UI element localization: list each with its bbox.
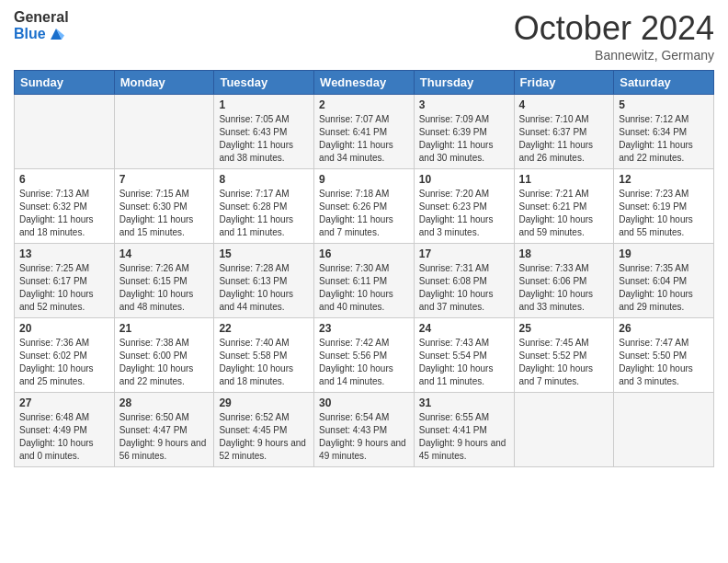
calendar-cell: 13Sunrise: 7:25 AM Sunset: 6:17 PM Dayli… [15,244,115,318]
calendar-cell: 8Sunrise: 7:17 AM Sunset: 6:28 PM Daylig… [214,169,314,244]
day-info: Sunrise: 7:40 AM Sunset: 5:58 PM Dayligh… [219,337,309,388]
week-row-5: 27Sunrise: 6:48 AM Sunset: 4:49 PM Dayli… [15,393,714,467]
day-number: 4 [519,98,609,111]
day-info: Sunrise: 7:15 AM Sunset: 6:30 PM Dayligh… [119,188,210,239]
calendar-cell: 14Sunrise: 7:26 AM Sunset: 6:15 PM Dayli… [114,244,214,318]
calendar-cell: 30Sunrise: 6:54 AM Sunset: 4:43 PM Dayli… [314,393,415,467]
calendar-cell: 11Sunrise: 7:21 AM Sunset: 6:21 PM Dayli… [514,169,614,244]
day-number: 30 [319,396,409,409]
day-info: Sunrise: 7:31 AM Sunset: 6:08 PM Dayligh… [419,262,509,314]
day-info: Sunrise: 7:28 AM Sunset: 6:13 PM Dayligh… [219,262,309,314]
day-number: 11 [519,173,609,186]
day-info: Sunrise: 6:50 AM Sunset: 4:47 PM Dayligh… [119,411,210,463]
calendar-cell: 23Sunrise: 7:42 AM Sunset: 5:56 PM Dayli… [314,318,415,393]
calendar-cell: 7Sunrise: 7:15 AM Sunset: 6:30 PM Daylig… [114,169,214,244]
day-info: Sunrise: 7:17 AM Sunset: 6:28 PM Dayligh… [219,188,309,239]
day-info: Sunrise: 6:48 AM Sunset: 4:49 PM Dayligh… [19,411,109,463]
main-container: General Blue October 2024 Bannewitz, Ger… [0,0,728,477]
day-header-saturday: Saturday [614,71,714,95]
calendar-cell: 21Sunrise: 7:38 AM Sunset: 6:00 PM Dayli… [114,318,214,393]
day-header-monday: Monday [114,71,214,95]
day-info: Sunrise: 7:47 AM Sunset: 5:50 PM Dayligh… [619,337,709,388]
day-info: Sunrise: 7:20 AM Sunset: 6:23 PM Dayligh… [419,188,509,239]
day-number: 20 [19,322,109,335]
calendar-cell: 10Sunrise: 7:20 AM Sunset: 6:23 PM Dayli… [414,169,514,244]
location: Bannewitz, Germany [514,48,714,63]
logo-blue-row: Blue [14,26,69,42]
calendar-cell: 19Sunrise: 7:35 AM Sunset: 6:04 PM Dayli… [614,244,714,318]
day-info: Sunrise: 7:26 AM Sunset: 6:15 PM Dayligh… [119,262,210,314]
day-info: Sunrise: 7:09 AM Sunset: 6:39 PM Dayligh… [419,113,509,165]
day-number: 29 [219,396,309,409]
day-number: 22 [219,322,309,335]
day-info: Sunrise: 7:35 AM Sunset: 6:04 PM Dayligh… [619,262,709,314]
logo: General Blue [14,9,69,42]
day-number: 13 [19,247,109,260]
day-number: 1 [219,98,309,111]
calendar-cell: 31Sunrise: 6:55 AM Sunset: 4:41 PM Dayli… [414,393,514,467]
day-info: Sunrise: 7:25 AM Sunset: 6:17 PM Dayligh… [19,262,109,314]
day-number: 12 [619,173,709,186]
day-number: 16 [319,247,409,260]
day-info: Sunrise: 6:55 AM Sunset: 4:41 PM Dayligh… [419,411,509,463]
calendar-table: SundayMondayTuesdayWednesdayThursdayFrid… [14,70,714,467]
day-info: Sunrise: 7:33 AM Sunset: 6:06 PM Dayligh… [519,262,609,314]
day-number: 26 [619,322,709,335]
day-number: 19 [619,247,709,260]
day-number: 18 [519,247,609,260]
calendar-cell: 22Sunrise: 7:40 AM Sunset: 5:58 PM Dayli… [214,318,314,393]
week-row-1: 1Sunrise: 7:05 AM Sunset: 6:43 PM Daylig… [15,95,714,169]
week-row-3: 13Sunrise: 7:25 AM Sunset: 6:17 PM Dayli… [15,244,714,318]
day-info: Sunrise: 7:45 AM Sunset: 5:52 PM Dayligh… [519,337,609,388]
day-number: 6 [19,173,109,186]
day-info: Sunrise: 7:10 AM Sunset: 6:37 PM Dayligh… [519,113,609,165]
day-header-wednesday: Wednesday [314,71,415,95]
day-number: 2 [319,98,409,111]
day-header-friday: Friday [514,71,614,95]
header-row: SundayMondayTuesdayWednesdayThursdayFrid… [15,71,714,95]
day-info: Sunrise: 7:13 AM Sunset: 6:32 PM Dayligh… [19,188,109,239]
calendar-cell: 28Sunrise: 6:50 AM Sunset: 4:47 PM Dayli… [114,393,214,467]
calendar-cell: 12Sunrise: 7:23 AM Sunset: 6:19 PM Dayli… [614,169,714,244]
day-info: Sunrise: 7:36 AM Sunset: 6:02 PM Dayligh… [19,337,109,388]
calendar-cell: 26Sunrise: 7:47 AM Sunset: 5:50 PM Dayli… [614,318,714,393]
day-info: Sunrise: 7:05 AM Sunset: 6:43 PM Dayligh… [219,113,309,165]
day-info: Sunrise: 7:18 AM Sunset: 6:26 PM Dayligh… [319,188,409,239]
logo-general: General [14,9,69,26]
day-info: Sunrise: 7:38 AM Sunset: 6:00 PM Dayligh… [119,337,210,388]
calendar-cell: 1Sunrise: 7:05 AM Sunset: 6:43 PM Daylig… [214,95,314,169]
day-number: 8 [219,173,309,186]
day-number: 31 [419,396,509,409]
month-title: October 2024 [514,9,714,48]
day-info: Sunrise: 6:52 AM Sunset: 4:45 PM Dayligh… [219,411,309,463]
day-number: 17 [419,247,509,260]
calendar-cell: 20Sunrise: 7:36 AM Sunset: 6:02 PM Dayli… [15,318,115,393]
day-header-sunday: Sunday [15,71,115,95]
day-info: Sunrise: 7:42 AM Sunset: 5:56 PM Dayligh… [319,337,409,388]
day-info: Sunrise: 7:07 AM Sunset: 6:41 PM Dayligh… [319,113,409,165]
calendar-cell: 27Sunrise: 6:48 AM Sunset: 4:49 PM Dayli… [15,393,115,467]
day-number: 14 [119,247,210,260]
day-number: 15 [219,247,309,260]
day-number: 9 [319,173,409,186]
calendar-cell: 24Sunrise: 7:43 AM Sunset: 5:54 PM Dayli… [414,318,514,393]
calendar-cell: 17Sunrise: 7:31 AM Sunset: 6:08 PM Dayli… [414,244,514,318]
calendar-cell: 3Sunrise: 7:09 AM Sunset: 6:39 PM Daylig… [414,95,514,169]
calendar-cell: 29Sunrise: 6:52 AM Sunset: 4:45 PM Dayli… [214,393,314,467]
calendar-cell: 4Sunrise: 7:10 AM Sunset: 6:37 PM Daylig… [514,95,614,169]
day-info: Sunrise: 7:43 AM Sunset: 5:54 PM Dayligh… [419,337,509,388]
day-number: 23 [319,322,409,335]
header: General Blue October 2024 Bannewitz, Ger… [14,9,714,63]
calendar-cell: 6Sunrise: 7:13 AM Sunset: 6:32 PM Daylig… [15,169,115,244]
day-header-tuesday: Tuesday [214,71,314,95]
day-number: 21 [119,322,210,335]
day-number: 7 [119,173,210,186]
day-header-thursday: Thursday [414,71,514,95]
day-number: 10 [419,173,509,186]
calendar-cell: 15Sunrise: 7:28 AM Sunset: 6:13 PM Dayli… [214,244,314,318]
day-number: 27 [19,396,109,409]
day-number: 28 [119,396,210,409]
day-number: 3 [419,98,509,111]
day-info: Sunrise: 7:12 AM Sunset: 6:34 PM Dayligh… [619,113,709,165]
calendar-cell [514,393,614,467]
